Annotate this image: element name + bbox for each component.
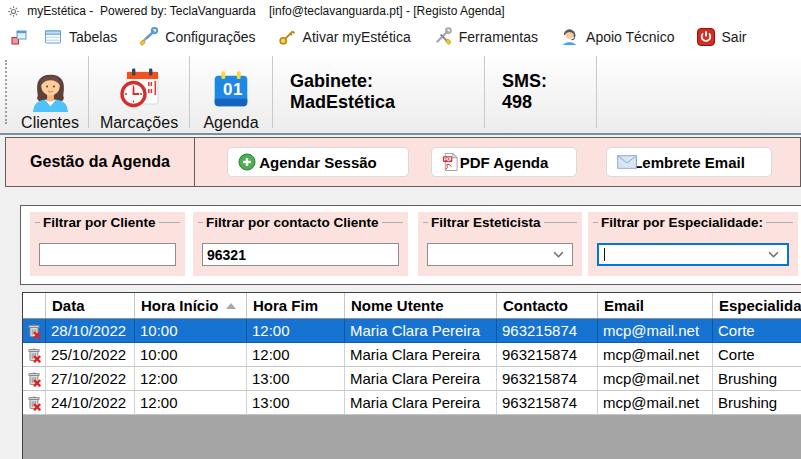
text-caret: [604, 248, 605, 261]
agendar-sessao-button[interactable]: Agendar Sessão: [227, 147, 409, 177]
pdf-agenda-button[interactable]: PDF Agenda: [431, 147, 577, 177]
title-bar: myEstética - Powered by: TeclaVanguarda …: [0, 0, 801, 22]
cell-data: 28/10/2022: [46, 319, 135, 342]
cell-hora-fim: 12:00: [247, 343, 345, 366]
menu-item-apoio-tecnico[interactable]: Apoio Técnico: [549, 22, 685, 51]
filter-group-contacto: Filtrar por contacto Cliente: [193, 212, 408, 276]
clientes-button[interactable]: Clientes: [12, 51, 88, 133]
agenda-page: Gestão da Agenda Agendar Sessão PDF Agen…: [0, 135, 801, 459]
filter-label: Filtrar por Especialidade:: [601, 215, 763, 230]
table-row[interactable]: 28/10/2022 10:00 12:00 Maria Clara Perei…: [23, 319, 801, 343]
toolbar-button-label: Clientes: [21, 114, 79, 132]
menu-item-label: Sair: [722, 29, 747, 45]
tables-window-icon: [44, 28, 62, 46]
lembrete-email-button[interactable]: Lembrete Email: [606, 147, 772, 177]
filter-esteticista-dropdown[interactable]: [427, 243, 573, 266]
filter-group-esteticista: Filtrar Esteticista: [418, 212, 582, 276]
delete-row-icon[interactable]: [23, 319, 46, 342]
menu-item-sair[interactable]: Sair: [686, 22, 758, 51]
cell-especialidade: Corte: [713, 343, 801, 366]
envelope-icon: [617, 155, 637, 169]
header-icon-column: [23, 293, 46, 318]
cell-contacto: 963215874: [497, 391, 598, 414]
header-data[interactable]: Data: [46, 293, 135, 318]
table-row[interactable]: 27/10/2022 12:00 13:00 Maria Clara Perei…: [23, 367, 801, 391]
filter-especialidade-dropdown[interactable]: [597, 243, 789, 266]
power-icon: [697, 28, 715, 46]
header-hora-fim[interactable]: Hora Fim: [247, 293, 345, 318]
cell-especialidade: Brushing: [713, 391, 801, 414]
chevron-down-icon: [553, 251, 564, 258]
toolbar-separator: [596, 56, 597, 128]
header-hora-inicio[interactable]: Hora Início: [135, 293, 247, 318]
table-row[interactable]: 24/10/2022 12:00 13:00 Maria Clara Perei…: [23, 391, 801, 415]
sort-asc-icon: [226, 303, 236, 309]
support-agent-icon: [560, 27, 579, 46]
toolbar-options-button[interactable]: [5, 22, 33, 51]
agenda-button[interactable]: 01 Agenda: [190, 51, 272, 133]
filter-group-cliente: Filtrar por Cliente: [30, 212, 185, 276]
delete-row-icon[interactable]: [23, 367, 46, 390]
menu-item-tabelas[interactable]: Tabelas: [33, 22, 128, 51]
cell-hora-inicio: 10:00: [135, 343, 247, 366]
main-toolbar: Clientes: [0, 51, 801, 135]
gold-key-icon: [278, 28, 296, 46]
cell-hora-inicio: 12:00: [135, 391, 247, 414]
table-row[interactable]: 25/10/2022 10:00 12:00 Maria Clara Perei…: [23, 343, 801, 367]
delete-row-icon[interactable]: [23, 391, 46, 414]
menu-bar: Tabelas Configurações Ativar myEstética: [0, 22, 801, 51]
window-title: myEstética - Powered by: TeclaVanguarda …: [27, 4, 504, 18]
sms-count-label: SMS: 498: [485, 51, 596, 133]
layout-grid-icon: [11, 29, 27, 45]
cell-data: 27/10/2022: [46, 367, 135, 390]
cell-hora-inicio: 10:00: [135, 319, 247, 342]
crossed-tools-icon: [433, 27, 452, 46]
green-plus-icon: [238, 153, 256, 171]
filter-cliente-input[interactable]: [39, 243, 176, 266]
header-contacto[interactable]: Contacto: [497, 293, 598, 318]
header-email[interactable]: Email: [598, 293, 713, 318]
header-especialidade[interactable]: Especialidade: [713, 293, 801, 318]
header-label: Hora Início: [141, 297, 219, 314]
menu-item-ativar[interactable]: Ativar myEstética: [267, 22, 422, 51]
cell-nome-utente: Maria Clara Pereira: [345, 343, 497, 366]
cell-data: 25/10/2022: [46, 343, 135, 366]
filter-group-especialidade: Filtrar por Especialidade:: [588, 212, 798, 276]
cell-especialidade: Brushing: [713, 367, 801, 390]
agenda-day-number: 01: [214, 80, 252, 100]
filter-contacto-input[interactable]: [202, 243, 399, 266]
cell-email: mcp@mail.net: [598, 343, 713, 366]
toolbar-grip-handle[interactable]: [5, 60, 7, 124]
delete-row-icon[interactable]: [23, 343, 46, 366]
agenda-header-band: Gestão da Agenda Agendar Sessão PDF Agen…: [5, 137, 801, 187]
cell-hora-fim: 13:00: [247, 391, 345, 414]
cell-nome-utente: Maria Clara Pereira: [345, 319, 497, 342]
wrench-screwdriver-icon: [139, 27, 158, 46]
agenda-table: Data Hora Início Hora Fim Nome Utente Co…: [22, 292, 801, 459]
page-title: Gestão da Agenda: [6, 138, 194, 186]
menu-item-ferramentas[interactable]: Ferramentas: [422, 22, 549, 51]
cell-contacto: 963215874: [497, 367, 598, 390]
header-nome-utente[interactable]: Nome Utente: [345, 293, 497, 318]
menu-item-label: Ativar myEstética: [303, 29, 411, 45]
menu-item-label: Tabelas: [69, 29, 117, 45]
cell-especialidade: Corte: [713, 319, 801, 342]
menu-item-label: Configurações: [165, 29, 255, 45]
cell-data: 24/10/2022: [46, 391, 135, 414]
pdf-file-icon: [442, 153, 459, 172]
menu-item-configuracoes[interactable]: Configurações: [128, 22, 266, 51]
cell-nome-utente: Maria Clara Pereira: [345, 391, 497, 414]
filter-label: Filtrar Esteticista: [431, 215, 541, 230]
chevron-down-icon: [768, 251, 779, 258]
table-header-row: Data Hora Início Hora Fim Nome Utente Co…: [23, 293, 801, 319]
marcacoes-button[interactable]: Marcações: [89, 51, 189, 133]
calendar-clock-icon: [115, 65, 163, 113]
toolbar-button-label: Agenda: [203, 114, 258, 132]
cell-contacto: 963215874: [497, 319, 598, 342]
cell-email: mcp@mail.net: [598, 367, 713, 390]
filter-panel: Filtrar por Cliente Filtrar por contacto…: [20, 205, 801, 285]
cell-hora-fim: 12:00: [247, 319, 345, 342]
cell-hora-inicio: 12:00: [135, 367, 247, 390]
gabinete-label: Gabinete: MadEstética: [273, 51, 484, 133]
band-divider: [194, 138, 195, 186]
